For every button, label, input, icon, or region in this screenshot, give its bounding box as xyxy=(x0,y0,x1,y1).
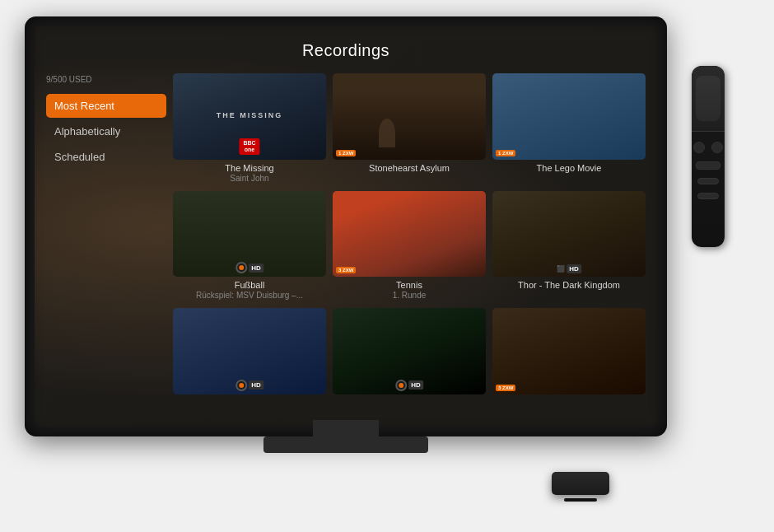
sidebar-item-scheduled[interactable]: Scheduled xyxy=(46,145,166,169)
tv-stand-neck xyxy=(313,420,379,436)
remote-buttons xyxy=(692,132,725,209)
sidebar: 9/500 USED Most Recent Alphabetically Sc… xyxy=(35,67,166,426)
remote-home-button[interactable] xyxy=(711,142,723,153)
sidebar-item-most-recent[interactable]: Most Recent xyxy=(46,94,166,118)
zxw-badge-tennis: 3 ZXW xyxy=(336,267,356,273)
grid-item-stonehearst[interactable]: 1 ZXW Stonehearst Asylum xyxy=(333,73,486,184)
remote-play-pause-button[interactable] xyxy=(696,161,720,170)
page-title: Recordings xyxy=(35,26,657,60)
zxw-badge-stonehearst: 1 ZXW xyxy=(336,150,356,156)
ard-hd-badge-row3-1: HD xyxy=(235,380,263,391)
sidebar-item-alphabetically[interactable]: Alphabetically xyxy=(46,119,166,143)
tv-bezel: Recordings 9/500 USED Most Recent Alphab… xyxy=(25,16,667,436)
appletv-box xyxy=(552,472,609,495)
thumbnail-tennis: 3 ZXW xyxy=(333,191,486,278)
thumbnail-row3-1: HD xyxy=(173,308,326,394)
recordings-grid: BBCone The Missing Saint John 1 ZXW xyxy=(166,67,657,426)
remote-body xyxy=(692,66,725,247)
thumbnail-the-missing: BBCone xyxy=(173,73,326,160)
thumbnail-row3-2: HD xyxy=(333,308,486,394)
item-title-tennis: Tennis xyxy=(333,280,486,290)
ard-hd-badge-row3-2: HD xyxy=(395,380,423,391)
storage-used: 9/500 USED xyxy=(46,75,166,84)
item-title-fussball: Fußball xyxy=(173,280,326,290)
tv-stand-base xyxy=(263,436,428,453)
zxw-badge-lego: 1 ZXW xyxy=(496,150,515,156)
item-subtitle-fussball: Rückspiel: MSV Duisburg –... xyxy=(173,291,326,300)
item-subtitle-the-missing: Saint John xyxy=(173,174,326,183)
thumbnail-stonehearst: 1 ZXW xyxy=(333,73,486,160)
remote-touch-section[interactable] xyxy=(692,66,725,132)
grid-item-row3-2[interactable]: HD xyxy=(333,308,486,419)
screen-background: Recordings 9/500 USED Most Recent Alphab… xyxy=(35,26,657,427)
remote-trackpad[interactable] xyxy=(696,76,720,121)
tv-screen: Recordings 9/500 USED Most Recent Alphab… xyxy=(35,26,657,427)
thumbnail-thor: ⬛ HD xyxy=(492,191,646,278)
thumbnail-lego: 1 ZXW xyxy=(492,73,646,160)
grid-item-thor[interactable]: ⬛ HD Thor - The Dark Kingdom xyxy=(492,191,646,302)
item-title-the-missing: The Missing xyxy=(173,163,326,173)
tv-shell: Recordings 9/500 USED Most Recent Alphab… xyxy=(25,16,667,478)
grid-item-row3-1[interactable]: HD xyxy=(173,308,326,419)
zxw-badge-row3-3: 3 ZXW xyxy=(496,385,515,391)
remote-volume-button[interactable] xyxy=(697,178,719,184)
remote-back-button[interactable] xyxy=(697,193,719,199)
thumbnail-fussball: HD xyxy=(173,191,326,278)
ard-hd-badge-fussball: HD xyxy=(235,262,263,273)
item-subtitle-tennis: 1. Runde xyxy=(333,291,486,300)
grid-item-tennis[interactable]: 3 ZXW Tennis 1. Runde xyxy=(333,191,486,302)
grid-item-the-missing[interactable]: BBCone The Missing Saint John xyxy=(173,73,326,184)
item-title-stonehearst: Stonehearst Asylum xyxy=(333,163,486,173)
apple-tv-remote xyxy=(692,66,725,247)
thumbnail-row3-3: 3 ZXW xyxy=(492,308,646,394)
grid-item-lego[interactable]: 1 ZXW The Lego Movie xyxy=(492,73,646,184)
item-title-lego: The Lego Movie xyxy=(492,163,646,173)
grid-item-row3-3[interactable]: 3 ZXW xyxy=(492,308,646,419)
zxw-hd-badge-thor: ⬛ HD xyxy=(557,264,581,273)
remote-menu-button[interactable] xyxy=(693,142,705,153)
bbc-one-badge: BBCone xyxy=(239,138,259,154)
item-title-thor: Thor - The Dark Kingdom xyxy=(492,280,646,290)
grid-item-fussball[interactable]: HD Fußball Rückspiel: MSV Duisburg –... xyxy=(173,191,326,302)
